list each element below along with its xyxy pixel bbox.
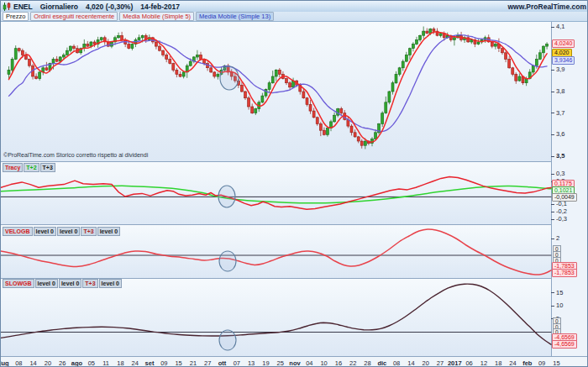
axis-tick: [551, 174, 554, 175]
panel2-header: TracyT+2T+3: [3, 163, 56, 172]
panel3-header-item[interactable]: T+3: [81, 227, 96, 236]
axis-tick-label: 3,9: [556, 66, 564, 73]
panel3-header-item[interactable]: VELOGB: [3, 227, 33, 236]
panel2-header-item[interactable]: Tracy: [3, 163, 23, 172]
axis-tick-label: 10: [556, 302, 563, 309]
axis-tick-label: 4,1: [556, 24, 564, 30]
axis-tick-label: 15: [556, 290, 563, 296]
prorealtime-chart-window: ENEL Giornaliero 4,020 (-0,30%) 14-feb-2…: [0, 0, 588, 367]
axis-tick-label: 2: [556, 235, 559, 242]
axis-tick: [551, 27, 554, 28]
axis-tick: [551, 113, 554, 113]
panel2-value-label: -0,0049: [552, 193, 577, 202]
main-value-label: 4,0240: [552, 39, 575, 48]
axis-tick: [551, 239, 554, 239]
axis-tick: [551, 292, 554, 293]
axis-tick-label: -0,3: [556, 216, 567, 223]
axis-tick: [551, 92, 554, 92]
panel4-header-item[interactable]: level 0: [99, 279, 122, 288]
axis-tick: [551, 134, 554, 135]
main-value-label: 3,9346: [552, 56, 575, 65]
axis-tick-label: 3,5: [556, 153, 564, 160]
axis-tick-label: -0,2: [556, 208, 567, 215]
axis-tick-label: -0,1: [556, 201, 567, 207]
copyright-note: ©ProRealTime.com Storico corretto rispet…: [3, 152, 148, 158]
panel4-header: SLOWGBlevel 0level 0T+3level 0: [3, 279, 123, 288]
panel3-header: VELOGBlevel 0level 0T+3level 0: [3, 227, 121, 236]
panel4-header-item[interactable]: SLOWGB: [3, 279, 34, 288]
panel2-header-item[interactable]: T+3: [40, 163, 55, 172]
axis-tick: [551, 212, 554, 212]
axis-tick: [551, 204, 554, 205]
axis-tick-label: 3,8: [556, 88, 564, 95]
axis-tick: [551, 306, 554, 307]
panel3-value-label: -1,7853: [552, 269, 577, 277]
panel4-header-item[interactable]: T+3: [82, 279, 97, 288]
panel4-value-label: -4,6569: [552, 340, 577, 349]
panel3-header-item[interactable]: level 0: [97, 227, 120, 236]
date-axis[interactable]: lug08142026ago05111824set09152127ott0713…: [1, 356, 588, 367]
axis-tick: [551, 156, 554, 157]
panel4-header-item[interactable]: level 0: [35, 279, 58, 288]
axis-tick: [551, 219, 554, 220]
panel2-header-item[interactable]: T+2: [24, 163, 39, 172]
panel3-header-item[interactable]: level 0: [34, 227, 56, 236]
axis-tick: [551, 70, 554, 71]
panel4-header-item[interactable]: level 0: [59, 279, 81, 288]
axis-tick-label: 3,7: [556, 110, 564, 117]
axis-tick-label: 3,6: [556, 131, 564, 138]
panel3-header-item[interactable]: level 0: [57, 227, 80, 236]
date-axis-day-label: 15: [547, 359, 565, 367]
axis-tick-label: 0,3: [556, 170, 564, 177]
